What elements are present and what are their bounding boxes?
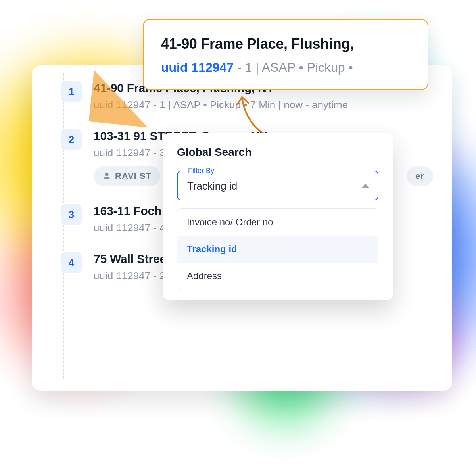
driver-chip[interactable]: RAVI ST <box>94 166 160 186</box>
stop-number-badge: 1 <box>61 81 82 102</box>
callout-address: 41-90 Frame Place, Flushing, <box>161 36 410 52</box>
filter-by-select[interactable]: Filter By Tracking id <box>177 171 378 200</box>
driver-chip-label: er <box>415 171 424 181</box>
filter-option[interactable]: Invoice no/ Order no <box>177 209 378 236</box>
driver-chip[interactable]: er <box>407 166 433 186</box>
callout-meta-tail: - 1 | ASAP • Pickup • <box>234 60 353 75</box>
filter-by-label: Filter By <box>185 167 217 175</box>
popover-title: Global Search <box>177 146 378 159</box>
stop-number-badge: 2 <box>61 129 82 150</box>
filter-options-list: Invoice no/ Order no Tracking id Address <box>177 208 378 290</box>
filter-option[interactable]: Address <box>177 263 378 290</box>
callout-meta: uuid 112947 - 1 | ASAP • Pickup • <box>161 60 410 75</box>
filter-option[interactable]: Tracking id <box>177 236 378 263</box>
driver-chip-label: RAVI ST <box>115 171 152 181</box>
address-callout: 41-90 Frame Place, Flushing, uuid 112947… <box>143 19 428 90</box>
global-search-popover: Global Search Filter By Tracking id Invo… <box>163 133 393 300</box>
person-icon <box>102 172 111 180</box>
caret-up-icon <box>362 183 369 188</box>
filter-by-value: Tracking id <box>187 180 237 192</box>
callout-uuid: uuid 112947 <box>161 60 234 75</box>
stop-number-badge: 3 <box>61 204 82 225</box>
stop-number-badge: 4 <box>61 252 82 273</box>
